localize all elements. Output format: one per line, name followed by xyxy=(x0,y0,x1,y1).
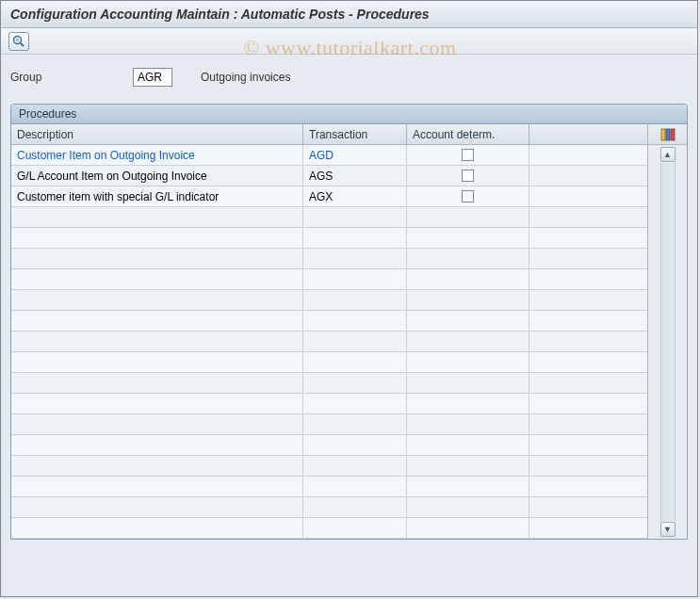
cell-empty xyxy=(407,373,529,393)
table-row[interactable]: Customer Item on Outgoing InvoiceAGD xyxy=(11,145,647,166)
cell-transaction: AGX xyxy=(303,186,407,206)
cell-empty xyxy=(11,477,303,496)
cell-empty xyxy=(303,290,407,310)
cell-empty xyxy=(407,290,529,310)
cell-empty xyxy=(303,269,407,289)
table-row[interactable] xyxy=(11,311,647,332)
column-header-account-determ[interactable]: Account determ. xyxy=(407,124,529,144)
cell-empty xyxy=(11,414,303,434)
cell-empty xyxy=(11,269,303,289)
cell-empty xyxy=(407,456,529,476)
table-row[interactable] xyxy=(11,435,647,456)
cell-spacer xyxy=(529,166,647,186)
cell-empty xyxy=(11,373,303,393)
cell-empty xyxy=(11,497,303,517)
group-input[interactable] xyxy=(133,68,172,87)
scroll-down-button[interactable]: ▼ xyxy=(660,522,676,537)
panel-title: Procedures xyxy=(11,105,687,124)
table-settings-icon xyxy=(660,128,676,141)
cell-empty xyxy=(529,290,647,310)
account-determ-checkbox[interactable] xyxy=(462,149,474,161)
table-row[interactable] xyxy=(11,456,647,477)
cell-empty xyxy=(303,352,407,372)
table-row[interactable] xyxy=(11,207,647,228)
page-title: Configuration Accounting Maintain : Auto… xyxy=(1,1,697,28)
table-row[interactable] xyxy=(11,373,647,394)
cell-description[interactable]: Customer Item on Outgoing Invoice xyxy=(11,145,303,165)
cell-empty xyxy=(407,394,529,413)
cell-account-determ xyxy=(407,145,529,165)
cell-empty xyxy=(11,290,303,310)
cell-account-determ xyxy=(407,166,529,186)
scroll-up-button[interactable]: ▲ xyxy=(660,147,676,162)
cell-empty xyxy=(529,373,647,393)
vertical-scrollbar[interactable]: ▲ ▼ xyxy=(648,145,687,539)
cell-empty xyxy=(11,207,303,227)
grid-header-row: Description Transaction Account determ. xyxy=(11,124,647,145)
table-row[interactable] xyxy=(11,518,647,539)
toolbar xyxy=(1,28,697,55)
table-row[interactable]: Customer item with special G/L indicator… xyxy=(11,186,647,207)
cell-empty xyxy=(11,435,303,455)
scroll-track[interactable] xyxy=(660,163,676,521)
cell-empty xyxy=(407,207,529,227)
cell-empty xyxy=(529,435,647,455)
table-row[interactable] xyxy=(11,228,647,249)
table-row[interactable] xyxy=(11,394,647,414)
cell-empty xyxy=(407,414,529,434)
cell-empty xyxy=(407,477,529,496)
cell-empty xyxy=(407,435,529,455)
cell-transaction: AGD xyxy=(303,145,407,165)
cell-empty xyxy=(407,352,529,372)
svg-point-2 xyxy=(16,38,20,41)
cell-description: G/L Account Item on Outgoing Invoice xyxy=(11,166,303,186)
chevron-down-icon: ▼ xyxy=(663,525,672,534)
table-row[interactable]: G/L Account Item on Outgoing InvoiceAGS xyxy=(11,166,647,186)
cell-empty xyxy=(303,477,407,496)
magnifier-icon xyxy=(12,35,25,48)
cell-empty xyxy=(407,311,529,331)
group-label: Group xyxy=(10,71,123,84)
cell-transaction: AGS xyxy=(303,166,407,186)
cell-empty xyxy=(529,249,647,268)
cell-empty xyxy=(303,228,407,248)
cell-empty xyxy=(407,332,529,351)
cell-empty xyxy=(529,207,647,227)
grid-right-rail: ▲ ▼ xyxy=(647,124,687,539)
table-row[interactable] xyxy=(11,332,647,352)
account-determ-checkbox[interactable] xyxy=(462,190,474,202)
table-row[interactable] xyxy=(11,249,647,269)
cell-account-determ xyxy=(407,186,529,206)
cell-empty xyxy=(11,352,303,372)
cell-empty xyxy=(529,269,647,289)
cell-empty xyxy=(11,311,303,331)
choose-detail-button[interactable] xyxy=(8,32,29,51)
cell-empty xyxy=(303,456,407,476)
cell-empty xyxy=(529,352,647,372)
cell-empty xyxy=(407,228,529,248)
cell-spacer xyxy=(529,145,647,165)
table-row[interactable] xyxy=(11,414,647,435)
cell-empty xyxy=(529,497,647,517)
svg-rect-3 xyxy=(661,129,665,140)
column-header-transaction[interactable]: Transaction xyxy=(303,124,407,144)
table-settings-button[interactable] xyxy=(648,124,687,145)
cell-empty xyxy=(303,518,407,538)
column-header-description[interactable]: Description xyxy=(11,124,303,144)
account-determ-checkbox[interactable] xyxy=(462,170,474,182)
chevron-up-icon: ▲ xyxy=(663,150,672,159)
table-row[interactable] xyxy=(11,352,647,373)
cell-empty xyxy=(303,311,407,331)
cell-empty xyxy=(407,249,529,268)
table-row[interactable] xyxy=(11,290,647,311)
cell-empty xyxy=(529,456,647,476)
cell-empty xyxy=(303,373,407,393)
grid-container: Description Transaction Account determ. … xyxy=(11,124,687,539)
cell-empty xyxy=(303,497,407,517)
group-description: Outgoing invoices xyxy=(201,71,290,84)
table-row[interactable] xyxy=(11,497,647,518)
table-row[interactable] xyxy=(11,269,647,290)
cell-empty xyxy=(529,518,647,538)
cell-empty xyxy=(11,249,303,268)
table-row[interactable] xyxy=(11,477,647,497)
